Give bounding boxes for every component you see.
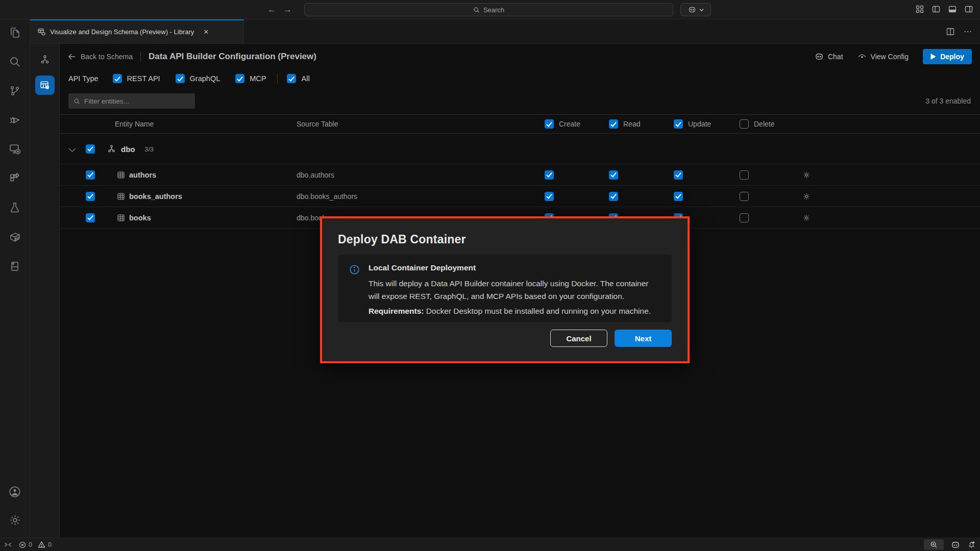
row-settings-gear-icon[interactable] [802, 171, 811, 179]
update-checkbox[interactable] [674, 192, 683, 201]
remote-indicator[interactable] [4, 541, 12, 548]
table-icon [117, 214, 125, 222]
nav-back-button[interactable]: ← [267, 4, 276, 16]
all-checkbox[interactable] [287, 74, 296, 83]
group-name: dbo [121, 144, 135, 153]
notifications-bell-icon[interactable] [967, 540, 976, 549]
copilot-menu-button[interactable] [680, 3, 711, 16]
create-all-checkbox[interactable] [545, 119, 554, 129]
delete-all-checkbox[interactable] [740, 119, 749, 129]
toggle-panel-icon[interactable] [948, 5, 957, 13]
mcp-label: MCP [250, 74, 266, 83]
deploy-dab-container-dialog: Deploy DAB Container Local Container Dep… [320, 216, 690, 363]
source-table: dbo.books_authors [297, 192, 357, 201]
schema-diagram-view-icon[interactable] [35, 50, 55, 69]
search-placeholder: Search [483, 6, 504, 14]
source-table: dbo.authors [297, 171, 334, 179]
search-view-icon[interactable] [9, 56, 21, 68]
copilot-status-icon[interactable] [951, 540, 960, 549]
sql-server-connections-icon[interactable] [9, 143, 21, 156]
more-actions-icon[interactable]: ⋯ [964, 27, 972, 36]
schema-designer-tab-icon [37, 28, 46, 36]
source-control-icon[interactable] [9, 85, 21, 97]
explorer-icon[interactable] [9, 27, 21, 39]
row-checkbox[interactable] [86, 192, 95, 201]
delete-checkbox[interactable] [740, 170, 749, 180]
read-checkbox[interactable] [609, 192, 618, 201]
mcp-checkbox[interactable] [235, 74, 244, 83]
column-source-table: Source Table [297, 120, 338, 128]
next-button[interactable]: Next [615, 330, 672, 347]
activity-bar [0, 19, 30, 538]
customize-layout-icon[interactable] [916, 5, 924, 13]
toggle-primary-sidebar-icon[interactable] [932, 5, 940, 13]
update-all-checkbox[interactable] [674, 119, 683, 129]
settings-gear-icon[interactable] [9, 514, 21, 527]
split-editor-icon[interactable] [946, 28, 954, 36]
group-count: 3/3 [144, 145, 154, 153]
filters-divider [277, 73, 278, 84]
filter-mcp[interactable]: MCP [235, 74, 266, 83]
dialog-title: Deploy DAB Container [338, 233, 672, 246]
read-all-checkbox[interactable] [609, 119, 618, 129]
update-checkbox[interactable] [674, 170, 683, 180]
filter-all[interactable]: All [287, 74, 309, 83]
editor-tab-bar: Visualize and Design Schema (Preview) - … [30, 19, 980, 44]
entity-table-header: Entity Name Source Table Create Read Upd… [60, 114, 980, 134]
info-box: Local Container Deployment This will dep… [338, 255, 672, 322]
zoom-status-icon[interactable] [924, 539, 944, 550]
nav-forward-button[interactable]: → [283, 4, 292, 16]
chat-label: Chat [828, 53, 843, 61]
row-checkbox[interactable] [86, 170, 95, 180]
command-search-input[interactable]: Search [304, 3, 673, 16]
chat-button[interactable]: Chat [815, 52, 843, 61]
info-body: This will deploy a Data API Builder cont… [369, 277, 659, 303]
tab-label: Visualize and Design Schema (Preview) - … [50, 28, 194, 36]
cancel-button[interactable]: Cancel [550, 330, 607, 347]
filter-entities-input[interactable]: Filter entities... [68, 93, 195, 109]
entity-name: authors [129, 171, 156, 179]
delete-checkbox[interactable] [740, 192, 749, 201]
page-title: Data API Builder Configuration (Preview) [149, 52, 316, 62]
chevron-down-icon [699, 8, 704, 12]
run-debug-icon[interactable] [9, 114, 21, 126]
read-checkbox[interactable] [609, 170, 618, 180]
error-count: 0 [29, 541, 32, 548]
copilot-icon [688, 6, 696, 14]
schema-icon [107, 144, 116, 154]
delete-checkbox[interactable] [740, 213, 749, 222]
collapse-chevron-icon[interactable] [69, 145, 76, 152]
designer-tool-strip [30, 44, 60, 538]
test-beaker-icon[interactable] [9, 202, 21, 214]
back-to-schema-link[interactable]: Back to Schema [68, 53, 133, 61]
tab-visualize-design-schema[interactable]: Visualize and Design Schema (Preview) - … [30, 19, 244, 43]
column-read: Read [609, 119, 640, 129]
database-project-icon[interactable] [9, 260, 21, 272]
create-checkbox[interactable] [545, 170, 554, 180]
search-icon [74, 98, 80, 105]
tab-close-icon[interactable]: ✕ [203, 28, 209, 36]
info-requirements: Requirements: Docker Desktop must be ins… [369, 307, 659, 316]
copilot-icon [815, 52, 824, 61]
deploy-button[interactable]: Deploy [923, 49, 972, 64]
dbo-group-checkbox[interactable] [86, 144, 95, 154]
api-type-label: API Type [68, 74, 99, 83]
rest-api-checkbox[interactable] [113, 74, 122, 83]
problems-indicator[interactable]: 0 0 [19, 541, 52, 548]
eye-icon [857, 52, 867, 61]
row-checkbox[interactable] [86, 213, 95, 222]
view-config-button[interactable]: View Config [857, 52, 909, 61]
row-settings-gear-icon[interactable] [802, 192, 811, 201]
container-package-icon[interactable] [9, 231, 21, 243]
dab-config-view-icon[interactable] [35, 76, 55, 95]
graphql-checkbox[interactable] [176, 74, 185, 83]
filter-graphql[interactable]: GraphQL [176, 74, 220, 83]
create-checkbox[interactable] [545, 192, 554, 201]
filter-rest-api[interactable]: REST API [113, 74, 160, 83]
search-icon [473, 7, 480, 13]
extensions-icon[interactable] [9, 172, 21, 185]
account-icon[interactable] [8, 485, 21, 498]
toggle-secondary-sidebar-icon[interactable] [965, 5, 973, 13]
info-icon [349, 264, 360, 322]
row-settings-gear-icon[interactable] [802, 214, 811, 222]
